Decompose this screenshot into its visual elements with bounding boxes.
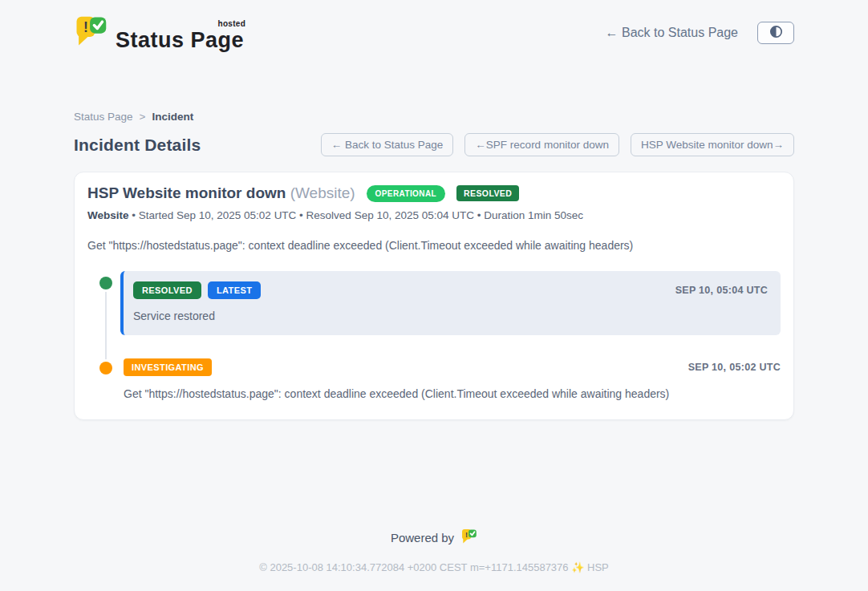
timeline-message: Service restored [133,310,768,322]
resolved-status-badge: RESOLVED [456,185,519,201]
status-page-footer-logo-icon: ! [460,528,477,548]
breadcrumb-separator: > [140,111,146,123]
timeline-entry-investigating: INVESTIGATING SEP 10, 05:02 UTC Get "htt… [87,356,781,400]
timeline-dot-orange [99,362,112,374]
timeline-entry-resolved: RESOLVED LATEST SEP 10, 05:04 UTC Servic… [87,271,781,335]
timeline-entry-badges-row: INVESTIGATING SEP 10, 05:02 UTC [124,358,781,376]
timeline-message: Get "https://hostedstatus.page": context… [124,387,781,400]
svg-text:!: ! [83,19,88,35]
title-row: Incident Details ← Back to Status Page ←… [74,133,794,156]
incident-title: HSP Website monitor down (Website) [87,184,355,202]
timeline-timestamp: SEP 10, 05:04 UTC [675,285,768,296]
header-actions: ← Back to Status Page [606,22,794,44]
brand-name: Status Page hosted [116,28,247,53]
header-back-link[interactable]: ← Back to Status Page [606,26,738,40]
timeline-timestamp: SEP 10, 05:02 UTC [688,362,781,373]
breadcrumb-incident: Incident [152,111,193,123]
incident-timeline: RESOLVED LATEST SEP 10, 05:04 UTC Servic… [87,271,781,400]
page-title: Incident Details [74,136,201,155]
breadcrumb-status-page[interactable]: Status Page [74,111,133,123]
breadcrumb: Status Page > Incident [74,111,794,123]
back-to-status-page-button[interactable]: ← Back to Status Page [321,133,454,156]
half-moon-contrast-icon [769,25,783,41]
investigating-badge: INVESTIGATING [124,358,212,376]
brand-superscript: hosted [217,19,245,28]
brand-logo: ! Status Page hosted [74,13,247,53]
incident-description: Get "https://hostedstatus.page": context… [87,239,781,252]
theme-toggle-button[interactable] [757,22,794,44]
incident-meta: Website • Started Sep 10, 2025 05:02 UTC… [87,209,781,221]
resolved-badge: RESOLVED [133,281,201,299]
latest-badge: LATEST [208,281,261,299]
timeline-dot-green [99,277,112,289]
page-footer: Powered by ! © 2025-10-08 14:10:34.77208… [0,528,868,591]
copyright-text: © 2025-10-08 14:10:34.772084 +0200 CEST … [0,561,868,573]
timeline-entry-badges-row: RESOLVED LATEST SEP 10, 05:04 UTC [133,281,768,299]
incident-card-header: HSP Website monitor down (Website) OPERA… [87,184,781,202]
incident-meta-component: Website [87,209,129,221]
timeline-entry-latest-box: RESOLVED LATEST SEP 10, 05:04 UTC Servic… [120,271,781,335]
powered-by-label: Powered by [391,531,454,544]
svg-text:!: ! [465,531,468,539]
incident-meta-details: • Started Sep 10, 2025 05:02 UTC • Resol… [129,209,584,221]
prev-incident-button[interactable]: ←SPF record monitor down [464,133,619,156]
timeline-entry-content: INVESTIGATING SEP 10, 05:02 UTC Get "htt… [120,356,781,400]
main-content: Status Page > Incident Incident Details … [74,53,794,420]
status-page-logo-icon: ! [74,13,107,53]
operational-status-badge: OPERATIONAL [367,185,445,202]
next-incident-button[interactable]: HSP Website monitor down→ [631,133,794,156]
powered-by-link[interactable]: Powered by ! [391,528,477,548]
incident-component: (Website) [290,184,355,201]
incident-nav-buttons: ← Back to Status Page ←SPF record monito… [321,133,794,156]
top-header: ! Status Page hosted ← Back to Status Pa… [51,0,817,53]
incident-card: HSP Website monitor down (Website) OPERA… [74,172,794,420]
